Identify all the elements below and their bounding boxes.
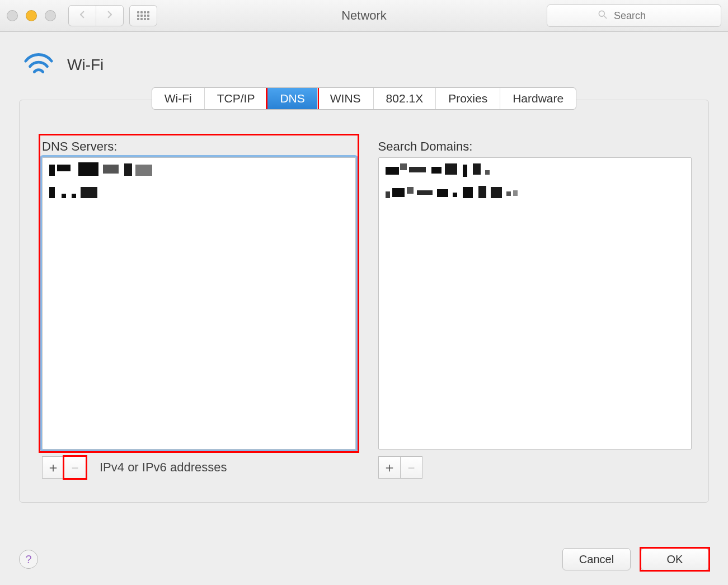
question-icon: ? xyxy=(25,553,31,566)
add-dns-button[interactable]: ＋ xyxy=(42,456,64,479)
ok-button[interactable]: OK xyxy=(641,548,709,570)
tab-proxies[interactable]: Proxies xyxy=(435,88,500,109)
svg-rect-6 xyxy=(124,163,132,176)
svg-rect-29 xyxy=(506,191,511,196)
svg-rect-10 xyxy=(72,194,76,198)
bottom-bar: ? Cancel OK xyxy=(19,548,709,570)
search-domains-header: Search Domains: xyxy=(378,139,692,154)
dns-servers-header: DNS Servers: xyxy=(42,139,356,154)
dns-footer: ＋ － IPv4 or IPv6 addresses xyxy=(42,456,356,479)
tab-hardware[interactable]: Hardware xyxy=(500,88,576,109)
svg-rect-27 xyxy=(478,186,486,198)
svg-rect-26 xyxy=(463,187,473,198)
tabs: Wi-Fi TCP/IP DNS WINS 802.1X Proxies Har… xyxy=(152,87,576,110)
add-domain-button[interactable]: ＋ xyxy=(378,456,401,479)
svg-rect-12 xyxy=(386,167,399,175)
minus-icon: － xyxy=(68,458,82,476)
cancel-button[interactable]: Cancel xyxy=(562,548,631,570)
svg-rect-24 xyxy=(437,189,448,197)
help-button[interactable]: ? xyxy=(19,550,38,569)
dns-footer-label: IPv4 or IPv6 addresses xyxy=(100,460,227,475)
remove-dns-button[interactable]: － xyxy=(64,456,86,479)
svg-rect-20 xyxy=(386,191,390,198)
list-item[interactable] xyxy=(43,180,355,203)
nav-group xyxy=(68,5,124,26)
connection-name: Wi-Fi xyxy=(67,56,104,74)
svg-rect-28 xyxy=(491,187,502,198)
tab-tcpip[interactable]: TCP/IP xyxy=(204,88,267,109)
list-item[interactable] xyxy=(379,180,692,203)
tabbar: Wi-Fi TCP/IP DNS WINS 802.1X Proxies Har… xyxy=(0,87,728,110)
dns-servers-column: DNS Servers: xyxy=(42,139,356,479)
close-window-button[interactable] xyxy=(7,10,18,21)
action-buttons: Cancel OK xyxy=(562,548,709,570)
tab-wins[interactable]: WINS xyxy=(317,88,373,109)
chevron-right-icon xyxy=(105,10,115,22)
minus-icon: － xyxy=(405,458,418,476)
list-item[interactable] xyxy=(43,158,355,180)
list-item[interactable] xyxy=(379,158,692,180)
wifi-icon xyxy=(22,50,55,79)
tab-wifi[interactable]: Wi-Fi xyxy=(152,88,204,109)
svg-rect-2 xyxy=(49,165,55,176)
plus-icon: ＋ xyxy=(46,458,60,476)
tab-8021x[interactable]: 802.1X xyxy=(373,88,436,109)
connection-header: Wi-Fi xyxy=(0,32,728,83)
svg-rect-4 xyxy=(78,162,98,176)
search-input[interactable] xyxy=(613,10,671,22)
svg-rect-17 xyxy=(463,165,467,177)
back-button[interactable] xyxy=(69,6,96,26)
tab-dns[interactable]: DNS xyxy=(267,88,317,109)
svg-rect-8 xyxy=(49,187,55,198)
svg-rect-15 xyxy=(431,167,442,174)
svg-rect-14 xyxy=(409,167,426,172)
domain-footer: ＋ － xyxy=(378,456,692,479)
traffic-lights xyxy=(7,10,56,21)
svg-rect-30 xyxy=(513,190,518,196)
forward-button[interactable] xyxy=(96,6,123,26)
search-icon xyxy=(597,9,608,23)
chevron-left-icon xyxy=(77,10,87,22)
svg-rect-9 xyxy=(62,194,66,198)
search-domains-list[interactable] xyxy=(378,157,692,450)
window-toolbar: Network xyxy=(0,0,728,32)
zoom-window-button[interactable] xyxy=(45,10,56,21)
remove-domain-button[interactable]: － xyxy=(401,456,422,479)
dns-servers-list[interactable] xyxy=(42,157,356,450)
show-all-prefs-button[interactable] xyxy=(129,5,157,26)
settings-panel: DNS Servers: xyxy=(19,100,709,503)
search-domains-column: Search Domains: xyxy=(378,139,692,479)
svg-line-1 xyxy=(604,16,607,18)
grid-icon xyxy=(137,11,149,20)
svg-rect-23 xyxy=(417,190,433,195)
svg-rect-21 xyxy=(392,188,405,197)
svg-point-0 xyxy=(599,11,604,16)
svg-rect-18 xyxy=(473,163,481,175)
svg-rect-16 xyxy=(445,163,457,175)
svg-rect-25 xyxy=(453,193,457,197)
svg-rect-22 xyxy=(407,187,414,194)
svg-rect-3 xyxy=(57,165,71,171)
search-box[interactable] xyxy=(547,4,721,27)
svg-rect-19 xyxy=(485,170,490,175)
svg-rect-5 xyxy=(103,165,119,174)
plus-icon: ＋ xyxy=(383,458,396,476)
svg-rect-13 xyxy=(400,163,407,170)
minimize-window-button[interactable] xyxy=(26,10,37,21)
svg-rect-11 xyxy=(81,187,97,198)
svg-rect-7 xyxy=(135,165,152,176)
